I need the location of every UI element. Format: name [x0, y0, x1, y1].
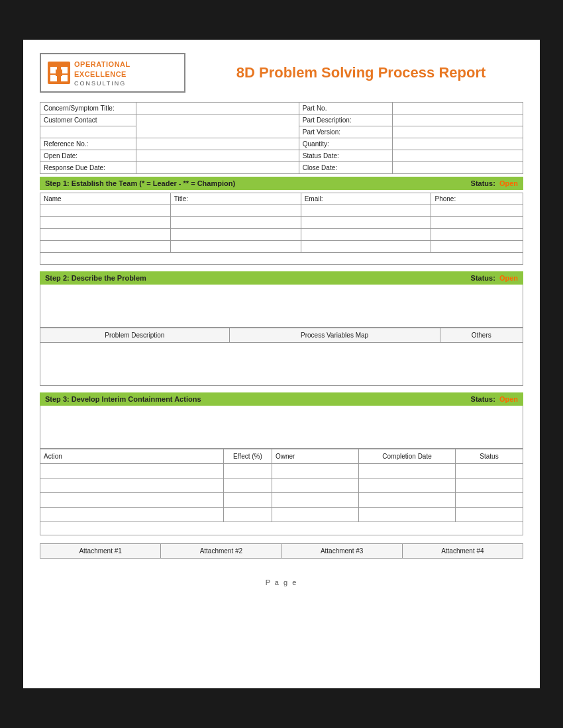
- attachment-3[interactable]: Attachment #3: [282, 544, 402, 559]
- step3-status-label: Status:: [471, 395, 495, 403]
- col-header-owner: Owner: [272, 449, 358, 464]
- action-row2-status[interactable]: [455, 478, 523, 493]
- team-row1-name[interactable]: [40, 205, 171, 217]
- action-row1-owner[interactable]: [272, 464, 358, 478]
- field-label-custcontact: Customer Contact: [40, 114, 136, 126]
- field-label-qty: Quantity:: [299, 138, 392, 150]
- team-row2-phone[interactable]: [431, 217, 523, 229]
- step3-header: Step 3: Develop Interim Containment Acti…: [40, 392, 523, 406]
- step2-col-probdesc[interactable]: Problem Description: [40, 328, 230, 343]
- svg-rect-5: [56, 69, 62, 76]
- step3-action-table: Action Effect (%) Owner Completion Date …: [40, 449, 523, 522]
- step1-extra-space: [40, 253, 523, 265]
- field-label-responsedue: Response Due Date:: [40, 162, 136, 174]
- field-label-partver: Part Version:: [299, 126, 392, 138]
- step3-title: Step 3: Develop Interim Containment Acti…: [45, 395, 201, 403]
- team-row3-name[interactable]: [40, 229, 171, 241]
- action-row3-owner[interactable]: [272, 493, 358, 508]
- action-row1-completion[interactable]: [359, 464, 456, 478]
- step1-status-value: Open: [499, 179, 518, 187]
- logo-icon: [48, 62, 70, 84]
- step2-col-procvar[interactable]: Process Variables Map: [229, 328, 440, 343]
- action-row2-owner[interactable]: [272, 478, 358, 493]
- action-row4-effect[interactable]: [224, 508, 272, 522]
- field-value-statusdate[interactable]: [393, 150, 523, 162]
- col-header-phone: Phone:: [431, 193, 523, 205]
- col-header-title: Title:: [170, 193, 301, 205]
- field-value-partdesc[interactable]: [393, 114, 523, 126]
- action-row3-completion[interactable]: [359, 493, 456, 508]
- col-header-name: Name: [40, 193, 171, 205]
- field-value-closedate[interactable]: [393, 162, 523, 174]
- step2-cols: Problem Description Process Variables Ma…: [40, 328, 523, 343]
- field-label-refno: Reference No.:: [40, 138, 136, 150]
- logo-box: Operational Excellence CONSULTING: [40, 53, 185, 93]
- field-label-closedate: Close Date:: [299, 162, 392, 174]
- col-header-completion: Completion Date: [359, 449, 456, 464]
- attachment-1[interactable]: Attachment #1: [40, 544, 161, 559]
- step2-status-value: Open: [499, 274, 518, 282]
- step2-description-area[interactable]: [40, 285, 523, 328]
- team-row4-title[interactable]: [170, 241, 301, 253]
- attachments-table: Attachment #1 Attachment #2 Attachment #…: [40, 543, 523, 559]
- action-row1-effect[interactable]: [224, 464, 272, 478]
- step1-header: Step 1: Establish the Team (* = Leader -…: [40, 177, 523, 190]
- action-row2-completion[interactable]: [359, 478, 456, 493]
- step3-description-area[interactable]: [40, 406, 523, 449]
- team-row4-name[interactable]: [40, 241, 171, 253]
- action-row1-status[interactable]: [455, 464, 523, 478]
- action-row2-action[interactable]: [40, 478, 224, 493]
- team-row3-title[interactable]: [170, 229, 301, 241]
- field-label-statusdate: Status Date:: [299, 150, 392, 162]
- logo-text: Operational Excellence: [74, 59, 178, 79]
- field-label-opendate: Open Date:: [40, 150, 136, 162]
- col-header-action: Action: [40, 449, 224, 464]
- step2-header: Step 2: Describe the Problem Status: Ope…: [40, 271, 523, 285]
- team-row1-title[interactable]: [170, 205, 301, 217]
- col-header-status: Status: [455, 449, 523, 464]
- form-fields: Concern/Symptom Title: Part No. Customer…: [40, 102, 523, 174]
- team-row2-title[interactable]: [170, 217, 301, 229]
- field-value-partver[interactable]: [393, 126, 523, 138]
- team-row1-phone[interactable]: [431, 205, 523, 217]
- page-footer: P a g e: [40, 578, 523, 586]
- step1-team-table: Name Title: Email: Phone:: [40, 193, 523, 253]
- action-row2-effect[interactable]: [224, 478, 272, 493]
- field-label-partdesc: Part Description:: [299, 114, 392, 126]
- attachment-2[interactable]: Attachment #2: [161, 544, 282, 559]
- team-row2-email[interactable]: [301, 217, 431, 229]
- step1-title: Step 1: Establish the Team (* = Leader -…: [45, 179, 235, 187]
- step1-status-label: Status:: [471, 179, 495, 187]
- field-value-concern[interactable]: [136, 103, 299, 114]
- action-row3-action[interactable]: [40, 493, 224, 508]
- action-row3-effect[interactable]: [224, 493, 272, 508]
- attachment-4[interactable]: Attachment #4: [402, 544, 523, 559]
- team-row4-email[interactable]: [301, 241, 431, 253]
- field-value-refno[interactable]: [136, 138, 299, 150]
- report-page: Operational Excellence CONSULTING 8D Pro…: [23, 40, 540, 688]
- col-header-email: Email:: [301, 193, 431, 205]
- field-label-empty: [40, 126, 136, 138]
- field-value-opendate[interactable]: [136, 150, 299, 162]
- action-row1-action[interactable]: [40, 464, 224, 478]
- action-row4-completion[interactable]: [359, 508, 456, 522]
- team-row1-email[interactable]: [301, 205, 431, 217]
- action-row4-owner[interactable]: [272, 508, 358, 522]
- field-value-partno[interactable]: [393, 103, 523, 114]
- report-title: 8D Problem Solving Process Report: [199, 64, 523, 81]
- field-value-custcontact[interactable]: [136, 114, 299, 138]
- step2-col-others[interactable]: Others: [440, 328, 523, 343]
- field-value-responsedue[interactable]: [136, 162, 299, 174]
- action-row4-action[interactable]: [40, 508, 224, 522]
- action-row3-status[interactable]: [455, 493, 523, 508]
- team-row4-phone[interactable]: [431, 241, 523, 253]
- step2-title: Step 2: Describe the Problem: [45, 274, 146, 282]
- team-row3-email[interactable]: [301, 229, 431, 241]
- field-label-concern: Concern/Symptom Title:: [40, 103, 136, 114]
- action-row4-status[interactable]: [455, 508, 523, 522]
- step2-bottom-area[interactable]: [40, 343, 523, 386]
- team-row3-phone[interactable]: [431, 229, 523, 241]
- field-value-qty[interactable]: [393, 138, 523, 150]
- team-row2-name[interactable]: [40, 217, 171, 229]
- col-header-effect: Effect (%): [224, 449, 272, 464]
